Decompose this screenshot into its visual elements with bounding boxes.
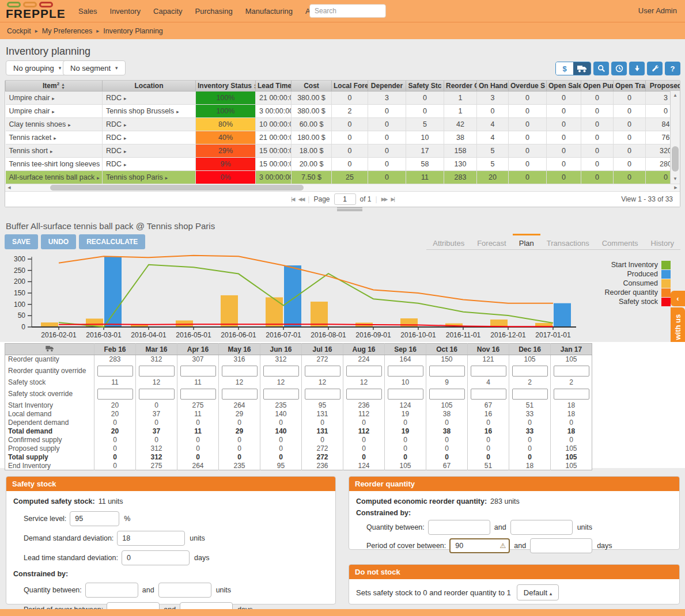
grid-override-input[interactable] — [263, 389, 299, 400]
vertical-scroll-thumb[interactable] — [672, 146, 679, 172]
location-cell[interactable]: RDC▸ — [103, 131, 196, 144]
horizontal-scroll-thumb[interactable] — [50, 185, 304, 191]
grid-override-input[interactable] — [305, 366, 340, 377]
drilldown-caret-icon[interactable]: ▸ — [50, 149, 53, 154]
table-row[interactable]: Umpire chair▸RDC▸100%21 00:00:00380.00 $… — [6, 91, 680, 104]
grid-override-input[interactable] — [222, 389, 258, 400]
rq-quantity-min-input[interactable] — [428, 520, 490, 535]
time-buckets-button[interactable] — [611, 62, 627, 75]
menu-item-inventory[interactable]: Inventory — [104, 7, 147, 16]
item-cell[interactable]: Tennis racket▸ — [6, 131, 103, 144]
item-cell[interactable]: Tennis tee-shirt long sleeves▸ — [6, 157, 103, 170]
customize-button[interactable] — [647, 62, 663, 75]
next-page-button[interactable]: ▶▶ — [381, 196, 387, 202]
grid-override-input[interactable] — [263, 366, 299, 377]
drilldown-caret-icon[interactable]: ▸ — [52, 109, 55, 115]
tab-comments[interactable]: Comments — [596, 234, 645, 249]
drilldown-caret-icon[interactable]: ▸ — [54, 135, 56, 141]
item-cell[interactable]: Clay tennis shoes▸ — [6, 117, 103, 131]
menu-item-sales[interactable]: Sales — [72, 7, 104, 16]
grid-override-input[interactable] — [429, 366, 465, 377]
column-header-safety-stc[interactable]: Safety Stc — [406, 81, 444, 91]
column-header-on-hand[interactable]: On Hand — [477, 81, 509, 91]
last-page-button[interactable]: ▶| — [391, 196, 393, 202]
grid-override-input[interactable] — [554, 366, 589, 377]
currency-toggle-button[interactable]: $ — [556, 62, 573, 75]
do-not-stock-default-button[interactable]: Default ▴ — [517, 584, 559, 600]
breadcrumb-item[interactable]: My Preferences — [42, 27, 93, 35]
column-header-overdue-s[interactable]: Overdue S — [509, 81, 547, 91]
recalculate-button[interactable]: RECALCULATE — [79, 234, 145, 249]
horizontal-scrollbar[interactable]: ◀ ▶ — [5, 184, 680, 191]
segment-dropdown[interactable]: No segment ▾ — [63, 60, 126, 75]
drilldown-caret-icon[interactable]: ▸ — [124, 149, 127, 154]
user-menu[interactable]: User Admin — [638, 6, 677, 15]
grid-override-input[interactable] — [305, 389, 340, 400]
help-button[interactable]: ? — [665, 62, 680, 75]
scroll-down-icon[interactable]: ▼ — [671, 174, 680, 184]
table-resize-grip[interactable] — [337, 207, 362, 211]
drilldown-caret-icon[interactable]: ▸ — [97, 175, 100, 181]
ss-quantity-max-input[interactable] — [158, 583, 211, 598]
table-row[interactable]: Clay tennis shoes▸RDC▸80%10 00:00:0060.0… — [6, 117, 680, 131]
location-cell[interactable]: RDC▸ — [103, 157, 196, 170]
scroll-right-icon[interactable]: ▶ — [672, 184, 680, 191]
drilldown-caret-icon[interactable]: ▸ — [68, 122, 71, 128]
grid-override-input[interactable] — [512, 389, 548, 400]
grid-override-input[interactable] — [139, 366, 175, 377]
tab-plan[interactable]: Plan — [513, 234, 540, 249]
first-page-button[interactable]: |◀ — [291, 196, 294, 202]
column-header-location[interactable]: Location — [103, 81, 196, 91]
column-header-reorder-c[interactable]: Reorder C — [444, 81, 477, 91]
leadtime-std-dev-input[interactable] — [122, 550, 190, 565]
sort-icon[interactable]: ▲▼ — [253, 83, 255, 90]
drilldown-caret-icon[interactable]: ▸ — [176, 109, 179, 115]
grid-override-input[interactable] — [180, 366, 216, 377]
breadcrumb-item[interactable]: Cockpit — [7, 27, 31, 35]
grid-override-input[interactable] — [97, 389, 133, 400]
drilldown-caret-icon[interactable]: ▸ — [52, 96, 55, 101]
location-cell[interactable]: Tennis shop Brussels▸ — [103, 104, 196, 117]
table-row[interactable]: Tennis tee-shirt long sleeves▸RDC▸9%15 0… — [6, 157, 680, 170]
location-cell[interactable]: Tennis shop Paris▸ — [103, 170, 196, 184]
chevron-left-icon[interactable]: ‹ — [671, 291, 685, 306]
menu-item-capacity[interactable]: Capacity — [147, 7, 189, 16]
column-header-open-pur[interactable]: Open Pur — [581, 81, 614, 91]
drilldown-caret-icon[interactable]: ▸ — [124, 122, 127, 128]
column-header-open-sale[interactable]: Open Sale — [547, 81, 581, 91]
legend-item-produced[interactable]: Produced — [605, 269, 671, 279]
scroll-up-icon[interactable]: ▲ — [671, 91, 680, 100]
ss-quantity-min-input[interactable] — [85, 583, 138, 598]
breadcrumb-item[interactable]: Inventory Planning — [103, 27, 163, 35]
drilldown-caret-icon[interactable]: ▸ — [124, 135, 127, 141]
grid-override-input[interactable] — [512, 366, 548, 377]
grid-override-input[interactable] — [139, 389, 175, 400]
legend-item-reorder-quantity[interactable]: Reorder quantity — [605, 288, 671, 297]
prev-page-button[interactable]: ◀◀ — [298, 196, 304, 202]
drilldown-caret-icon[interactable]: ▸ — [165, 175, 168, 181]
tab-transactions[interactable]: Transactions — [540, 234, 596, 249]
grid-override-input[interactable] — [471, 366, 506, 377]
column-header-depender[interactable]: Depender — [368, 81, 406, 91]
legend-item-start-inventory[interactable]: Start Inventory — [605, 260, 671, 269]
table-row[interactable]: Umpire chair▸Tennis shop Brussels▸100%3 … — [6, 104, 680, 117]
grid-override-input[interactable] — [471, 389, 506, 400]
service-level-input[interactable] — [70, 511, 119, 526]
export-download-button[interactable] — [629, 62, 645, 75]
drilldown-caret-icon[interactable]: ▸ — [124, 96, 127, 101]
menu-item-manufacturing[interactable]: Manufacturing — [239, 7, 299, 16]
grid-override-input[interactable] — [222, 366, 258, 377]
save-button[interactable]: SAVE — [5, 234, 38, 249]
column-header-open-tra[interactable]: Open Tra — [614, 81, 646, 91]
demand-std-dev-input[interactable] — [117, 531, 185, 546]
vertical-scrollbar[interactable]: ▲ ▼ — [670, 91, 680, 184]
legend-item-consumed[interactable]: Consumed — [605, 279, 671, 288]
rq-period-max-input[interactable] — [530, 538, 592, 553]
tab-forecast[interactable]: Forecast — [471, 234, 513, 249]
tab-history[interactable]: History — [645, 234, 680, 249]
drilldown-caret-icon[interactable]: ▸ — [124, 162, 127, 168]
undo-button[interactable]: UNDO — [41, 234, 76, 249]
grid-override-input[interactable] — [97, 366, 133, 377]
grid-override-input[interactable] — [180, 389, 216, 400]
rq-quantity-max-input[interactable] — [510, 520, 573, 535]
